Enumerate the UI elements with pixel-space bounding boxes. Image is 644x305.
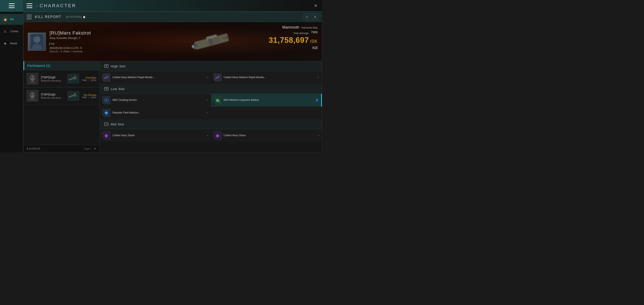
combat-icon: ⚔ xyxy=(2,28,8,34)
panel-id-icon: 📋 xyxy=(83,16,85,18)
participant-1-weapon xyxy=(67,74,79,84)
filter-icon[interactable]: ▼ xyxy=(94,147,96,150)
sidebar-item-medal-label: Medal xyxy=(10,42,17,45)
cloaking-device-icon xyxy=(102,96,110,104)
bottom-page: Page 1 xyxy=(84,148,91,150)
isk-row: 31,758,697 ISK xyxy=(268,35,318,45)
svg-rect-4 xyxy=(34,37,35,38)
mid-slot-scroll-2[interactable]: ▾ xyxy=(318,134,319,137)
ship-image xyxy=(182,24,241,59)
slots-section: High Slot 1 xyxy=(100,61,322,152)
sidebar-nav: 🧑 Bio ⚔ Comba ★ Medal xyxy=(0,12,23,51)
add-icon: ➕ xyxy=(218,101,220,103)
low-slot-header: Low Slot xyxy=(100,84,322,94)
bio-icon: 🧑 xyxy=(2,16,8,22)
participants-header: Participants [1] xyxy=(24,61,100,70)
participant-avatar-inner-1 xyxy=(27,73,38,84)
panel-header: KILL REPORT [ID:6715350] 📋 ↗ ✕ xyxy=(24,12,322,22)
mid-slot-scroll-1[interactable]: ▾ xyxy=(207,134,208,137)
kill-report-panel: KILL REPORT [ID:6715350] 📋 ↗ ✕ xyxy=(23,12,322,152)
high-slot-icon xyxy=(104,64,109,68)
republic-fleet-name: Republic Fleet Medium... xyxy=(112,111,204,114)
low-slot-item-republic-fleet[interactable]: 1 Republic Fleet Medium... ✕ xyxy=(100,106,211,119)
caldari-stasis-1-icon xyxy=(102,132,110,140)
medal-icon: ★ xyxy=(2,40,8,46)
kill-timestamp: 2022/01/30 10:34:11 UTC -5 xyxy=(50,46,91,50)
bottom-amount: $ 14,655.55 xyxy=(27,147,40,150)
panel-menu-icon[interactable] xyxy=(27,15,32,19)
high-slot-item-2-icon xyxy=(214,74,222,82)
mid-slot-title: Mid Slot xyxy=(111,122,124,126)
participant-1-stats: Final Blow 7969 | 100% xyxy=(82,76,96,82)
mid-slot-item-2-name: Caldari Navy Stasis xyxy=(224,134,316,137)
panel-body: Participants [1] xyxy=(24,61,322,152)
total-damage-row: Total damage: 7969 xyxy=(268,30,318,35)
victim-name: [RU]Mars Fakstrot xyxy=(50,30,91,36)
empty-slot xyxy=(211,106,322,119)
panel-actions: ↗ ✕ xyxy=(303,14,318,20)
high-slot-item-2-close[interactable]: ✕ xyxy=(317,76,319,79)
high-slot-item-1-name: Caldari Navy Medium Rapid Missile... xyxy=(112,76,204,79)
app-logo-icon: ◎ xyxy=(36,4,38,8)
mid-slot-item-1[interactable]: 1 Caldari Navy Stasis ▾ xyxy=(100,129,211,142)
sidebar-item-bio-label: Bio xyxy=(10,18,14,21)
svg-point-1 xyxy=(34,36,40,43)
participant-avatar xyxy=(27,73,38,84)
svg-point-23 xyxy=(31,94,32,95)
mid-slot-icon xyxy=(104,122,109,126)
highlighted-person-icon: 👤 xyxy=(316,99,318,102)
sidebar-item-combat[interactable]: ⚔ Comba xyxy=(0,26,23,37)
high-slot-items: 1 Caldari Navy Medium Ra xyxy=(100,71,322,84)
republic-fleet-icon xyxy=(102,109,110,117)
low-slot-icon xyxy=(104,86,109,91)
panel-id: [ID:6715350] 📋 xyxy=(66,15,85,18)
high-slot-item-1[interactable]: 1 Caldari Navy Medium Ra xyxy=(100,71,211,84)
high-slot-item-2-name: Caldari Navy Medium Rapid Missile... xyxy=(224,76,315,79)
sidebar-item-medal[interactable]: ★ Medal xyxy=(0,38,23,49)
hamburger-icon[interactable] xyxy=(9,4,14,8)
svg-point-49 xyxy=(106,112,107,114)
mid-slot-items: 1 Caldari Navy Stasis ▾ 1 xyxy=(100,129,322,142)
cloaking-close[interactable]: ✕ xyxy=(206,99,208,102)
low-slot-item-cloaking[interactable]: 1 MK5 Cloaking Device ✕ xyxy=(100,94,211,106)
mid-slot-header: Mid Slot xyxy=(100,119,322,129)
svg-point-24 xyxy=(33,94,34,95)
sidebar-item-bio[interactable]: 🧑 Bio xyxy=(0,14,23,25)
svg-point-15 xyxy=(31,77,32,78)
capacitor-battery-name: MK5 Medium Capacitor Battery xyxy=(224,98,314,102)
high-slot-item-2[interactable]: 1 Caldari Navy Medium Ra xyxy=(211,71,322,84)
svg-point-16 xyxy=(33,77,34,78)
app-menu-icon[interactable] xyxy=(26,4,32,8)
svg-rect-18 xyxy=(73,76,77,80)
participant-1-details: [TWP]Gig6 Bellicose Interdictor xyxy=(41,76,65,82)
panel-title: KILL REPORT xyxy=(35,15,62,19)
kill-type-badge: Kill xyxy=(50,42,54,45)
caldari-stasis-2-icon xyxy=(214,132,222,140)
ship-name-value: Mammoth Industrial Ship xyxy=(268,25,318,30)
victim-info: [RU]Mars Fakstrot Warp Scramble Strength… xyxy=(50,30,91,53)
participants-list: [TWP]Gig6 Bellicose Interdictor xyxy=(24,70,100,145)
sidebar-item-combat-label: Comba xyxy=(10,30,18,33)
high-slot-item-1-icon xyxy=(102,74,110,82)
ship-stats: Mammoth Industrial Ship Total damage: 79… xyxy=(268,25,318,50)
victim-avatar-inner xyxy=(28,33,45,50)
kill-banner: [RU]Mars Fakstrot Warp Scramble Strength… xyxy=(24,22,322,61)
panel-close-button[interactable]: ✕ xyxy=(312,14,318,20)
participant-2-stats: Top Damage 7969 | 100% xyxy=(82,93,96,99)
low-slot-item-capacitor[interactable]: 1 ➕ MK5 Medium Capacitor Battery 👤 xyxy=(211,94,322,106)
participant-item-2[interactable]: [TWP]Gig6 Bellicose Interdictor xyxy=(24,88,100,104)
app-header: ◎ CHARACTER ✕ xyxy=(23,0,322,12)
app-close-button[interactable]: ✕ xyxy=(312,2,319,9)
low-slot-items-row1: 1 MK5 Cloaking Device ✕ xyxy=(100,94,322,106)
republic-fleet-close[interactable]: ✕ xyxy=(206,112,208,114)
capacitor-battery-icon: ➕ xyxy=(214,96,222,104)
participant-item[interactable]: [TWP]Gig6 Bellicose Interdictor xyxy=(24,70,100,87)
app-title: CHARACTER xyxy=(40,3,76,8)
low-slot-items-row2: 1 Republic Fleet Medium... ✕ xyxy=(100,106,322,119)
mid-slot-item-1-name: Caldari Navy Stasis xyxy=(112,134,205,137)
sidebar: 🧑 Bio ⚔ Comba ★ Medal xyxy=(0,0,23,152)
mid-slot-item-2[interactable]: 1 Caldari Navy Stasis ▾ xyxy=(211,129,322,142)
high-slot-item-1-close[interactable]: ✕ xyxy=(206,76,208,79)
outcome-label: Kill xyxy=(268,46,318,50)
panel-export-button[interactable]: ↗ xyxy=(303,14,310,20)
